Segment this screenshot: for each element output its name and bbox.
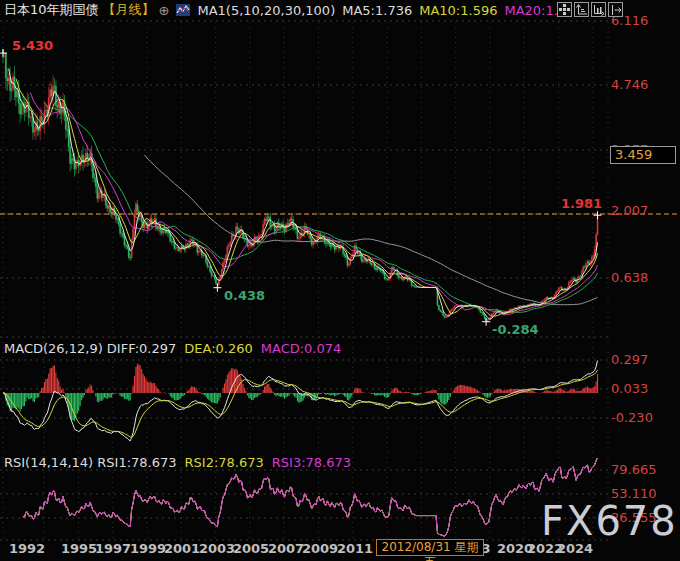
right-axis-label-main: 2.007 xyxy=(611,203,648,219)
move-icon[interactable] xyxy=(557,2,572,17)
annotation-low-2003: 0.438 xyxy=(224,289,265,303)
ma-settings-label[interactable]: MA1(5,10,20,30,100) xyxy=(197,3,335,18)
x-axis-label: 1997 xyxy=(95,541,131,556)
rsi-name-rsi1-value[interactable]: RSI(14,14,14) RSI1:78.673 xyxy=(4,455,177,470)
right-axis-label-main: 0.638 xyxy=(611,270,648,286)
ma20-value: MA20:1. xyxy=(504,3,557,18)
exit-axis-icon[interactable] xyxy=(608,2,623,17)
scale-x-axis-icon[interactable] xyxy=(591,2,606,17)
chart-header: 日本10年期国债 【月线】 ⊕ MA1(5,10,20,30,100) MA5:… xyxy=(4,1,558,19)
x-axis-label: 1999 xyxy=(130,541,166,556)
ma5-value: MA5:1.736 xyxy=(342,3,412,18)
ma10-value: MA10:1.596 xyxy=(419,3,497,18)
x-axis-label: 2005 xyxy=(233,541,269,556)
period-label[interactable]: 【月线】 xyxy=(103,1,155,19)
chart-type-icon[interactable] xyxy=(176,4,190,16)
macd-header: MACD(26,12,9) DIFF:0.297 DEA:0.260 MACD:… xyxy=(4,341,341,356)
x-axis-label: 2003 xyxy=(199,541,235,556)
right-axis-label-macd: 0.297 xyxy=(611,352,648,368)
right-axis-label-macd: 0.033 xyxy=(611,381,648,397)
cursor-price-tag: 3.459 xyxy=(610,146,676,164)
chart-canvas[interactable] xyxy=(0,0,680,561)
chart-toolbar xyxy=(557,2,623,17)
x-axis-label: 2007 xyxy=(268,541,304,556)
rsi3-value: RSI3:78.673 xyxy=(272,455,351,470)
rsi2-value: RSI2:78.673 xyxy=(185,455,264,470)
x-axis-label: 2011 xyxy=(337,541,373,556)
x-axis-label: 2001 xyxy=(164,541,200,556)
macd-macd-value: MACD:0.074 xyxy=(261,341,342,356)
x-axis-label: 1995 xyxy=(61,541,97,556)
right-axis-label-rsi: 79.665 xyxy=(611,462,657,478)
scale-y-axis-icon[interactable] xyxy=(574,2,589,17)
macd-dea-value: DEA:0.260 xyxy=(184,341,253,356)
annotation-low-2019: -0.284 xyxy=(492,323,539,337)
x-axis-label: 1992 xyxy=(9,541,45,556)
chart-window: 日本10年期国债 【月线】 ⊕ MA1(5,10,20,30,100) MA5:… xyxy=(0,0,680,561)
watermark: FX678 xyxy=(541,499,678,543)
annotation-last-high: 1.981 xyxy=(561,197,602,211)
right-axis-label-macd: -0.230 xyxy=(611,410,653,426)
rsi-header: RSI(14,14,14) RSI1:78.673 RSI2:78.673 RS… xyxy=(4,455,351,470)
macd-name-diff-value[interactable]: MACD(26,12,9) DIFF:0.297 xyxy=(4,341,176,356)
expand-icon[interactable]: ⊕ xyxy=(159,3,170,18)
cursor-date-tag: 2012/08/31 星期五 xyxy=(376,539,484,556)
x-axis-label: 2009 xyxy=(302,541,338,556)
right-axis-label-main: 4.746 xyxy=(611,77,648,93)
symbol-title: 日本10年期国债 xyxy=(4,1,99,19)
annotation-start-high: 5.430 xyxy=(12,39,53,53)
